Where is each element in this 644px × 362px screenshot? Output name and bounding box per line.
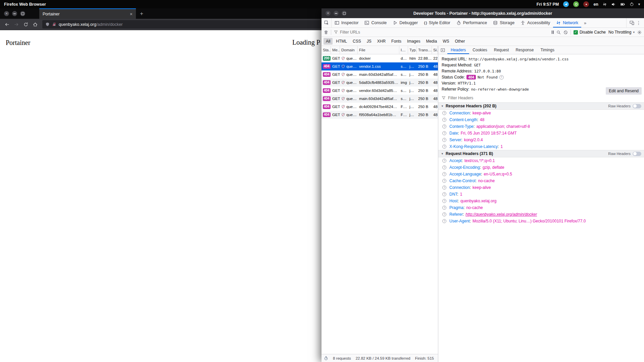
column-header-domain[interactable]: Domain bbox=[340, 46, 358, 54]
help-icon[interactable]: ? bbox=[442, 172, 446, 176]
disable-cache-checkbox[interactable]: ✓ Disable Cache bbox=[574, 30, 606, 35]
network-status-icon[interactable] bbox=[603, 2, 607, 6]
type-filter-fonts[interactable]: Fonts bbox=[389, 38, 404, 45]
tool-tab-inspector[interactable]: Inspector bbox=[332, 18, 361, 28]
column-header-cause[interactable]: I… bbox=[399, 46, 408, 54]
tool-tab-network[interactable]: Network bbox=[553, 18, 581, 28]
raw-headers-toggle[interactable] bbox=[633, 104, 641, 108]
insecure-lock-icon[interactable] bbox=[52, 22, 56, 27]
type-filter-images[interactable]: Images bbox=[405, 38, 423, 45]
pick-element-button[interactable] bbox=[321, 18, 332, 28]
type-filter-xhr[interactable]: XHR bbox=[375, 38, 388, 45]
back-button[interactable] bbox=[3, 20, 11, 29]
active-app-name[interactable]: Firefox Web Browser bbox=[4, 2, 46, 7]
column-header-method[interactable]: Me… bbox=[331, 46, 340, 54]
details-pane-icon[interactable] bbox=[438, 46, 447, 54]
responsive-design-mode-button[interactable] bbox=[630, 20, 634, 25]
gear-icon[interactable] bbox=[637, 30, 642, 35]
throttling-dropdown[interactable]: No Throttling ▾ bbox=[608, 30, 635, 35]
browser-tab[interactable]: Portainer × bbox=[39, 8, 136, 19]
green-app-tray-icon[interactable] bbox=[573, 1, 579, 7]
tool-tab-debugger[interactable]: Debugger bbox=[390, 18, 421, 28]
type-filter-css[interactable]: CSS bbox=[350, 38, 363, 45]
header-value[interactable]: http://quenbyako.xelaj.org/admin/docker bbox=[465, 212, 537, 217]
tool-tab-style-editor[interactable]: { }Style Editor bbox=[421, 18, 453, 28]
window-maximize-button[interactable] bbox=[342, 11, 347, 16]
detail-tab-request[interactable]: Request bbox=[491, 46, 512, 54]
help-icon[interactable]: ? bbox=[442, 165, 446, 169]
tool-tab-performance[interactable]: Performance bbox=[453, 18, 490, 28]
column-header-file[interactable]: File bbox=[358, 46, 399, 54]
type-filter-other[interactable]: Other bbox=[452, 38, 467, 45]
column-header-size[interactable]: Si… bbox=[432, 46, 438, 54]
tool-tab-console[interactable]: Console bbox=[361, 18, 390, 28]
window-close-button[interactable]: × bbox=[326, 11, 331, 16]
filter-urls-input[interactable]: Filter URLs bbox=[334, 30, 549, 35]
header-section-bar[interactable]: ▼Request Headers (371 B)Raw Headers bbox=[438, 150, 644, 157]
window-maximize-button[interactable] bbox=[20, 11, 25, 16]
window-minimize-button[interactable] bbox=[334, 11, 339, 16]
window-close-button[interactable]: × bbox=[4, 11, 9, 16]
devtools-menu-button[interactable]: ⋮ bbox=[636, 20, 641, 25]
type-filter-ws[interactable]: WS bbox=[440, 38, 451, 45]
tracking-shield-icon[interactable] bbox=[45, 22, 50, 27]
request-row[interactable]: 404GETque…5da83cfb4883a5935…imgj…250 B48… bbox=[321, 79, 438, 87]
help-icon[interactable]: ? bbox=[442, 212, 446, 216]
request-row[interactable]: 404GETque…main.60d3d42a85af…s…j…250 B48 … bbox=[321, 95, 438, 103]
help-icon[interactable]: ? bbox=[442, 118, 446, 122]
help-icon[interactable]: ? bbox=[499, 75, 504, 80]
raw-headers-toggle[interactable] bbox=[633, 152, 641, 156]
filter-headers-input[interactable]: Filter Headers bbox=[438, 94, 644, 102]
system-clock[interactable]: Fri 9:57 PM bbox=[537, 2, 559, 7]
detail-tab-response[interactable]: Response bbox=[512, 46, 537, 54]
column-header-type[interactable]: Typ… bbox=[408, 46, 417, 54]
request-row[interactable]: 404GETque…main.60d3d42a85af…s…j…250 B48 … bbox=[321, 70, 438, 79]
help-icon[interactable]: ? bbox=[442, 124, 446, 128]
tab-close-icon[interactable]: × bbox=[130, 11, 133, 17]
type-filter-all[interactable]: All bbox=[324, 38, 333, 45]
help-icon[interactable]: ? bbox=[442, 219, 446, 223]
type-filter-media[interactable]: Media bbox=[424, 38, 439, 45]
block-request-icon[interactable] bbox=[563, 30, 568, 35]
help-icon[interactable]: ? bbox=[442, 138, 446, 142]
home-button[interactable] bbox=[31, 20, 40, 29]
detail-tab-timings[interactable]: Timings bbox=[537, 46, 558, 54]
request-row[interactable]: 404GETque…f9508a64a1beb81b…F…j…250 B48 B bbox=[321, 111, 438, 119]
new-tab-button[interactable]: + bbox=[136, 8, 147, 19]
request-row[interactable]: 404GETque…vendor.60d3d42a85…s…j…250 B48 … bbox=[321, 87, 438, 95]
detail-tab-cookies[interactable]: Cookies bbox=[469, 46, 490, 54]
type-filter-js[interactable]: JS bbox=[364, 38, 374, 45]
volume-icon[interactable] bbox=[611, 2, 616, 7]
help-icon[interactable]: ? bbox=[442, 145, 446, 149]
edit-and-resend-button[interactable]: Edit and Resend bbox=[606, 87, 642, 95]
clear-requests-button[interactable] bbox=[324, 30, 328, 35]
window-minimize-button[interactable] bbox=[12, 11, 17, 16]
tool-tab-storage[interactable]: Storage bbox=[490, 18, 517, 28]
header-section-bar[interactable]: ▼Response Headers (202 B)Raw Headers bbox=[438, 102, 644, 110]
column-header-transferred[interactable]: Trans… bbox=[417, 46, 432, 54]
detail-tab-headers[interactable]: Headers bbox=[447, 46, 469, 54]
request-row[interactable]: 404GETque…dc4d092847be4624…F…j…250 B48 B bbox=[321, 103, 438, 111]
type-filter-html[interactable]: HTML bbox=[334, 38, 349, 45]
help-icon[interactable]: ? bbox=[442, 192, 446, 196]
pause-recording-button[interactable] bbox=[552, 31, 554, 34]
red-app-tray-icon[interactable] bbox=[583, 1, 589, 7]
battery-icon[interactable] bbox=[620, 2, 625, 7]
power-icon[interactable] bbox=[630, 2, 634, 6]
help-icon[interactable]: ? bbox=[442, 159, 446, 163]
help-icon[interactable]: ? bbox=[442, 131, 446, 135]
help-icon[interactable]: ? bbox=[442, 199, 446, 203]
reload-button[interactable] bbox=[21, 20, 30, 29]
column-header-status[interactable]: Sta… bbox=[321, 46, 331, 54]
help-icon[interactable]: ? bbox=[442, 206, 446, 210]
more-tools-chevron-icon[interactable]: » bbox=[581, 18, 589, 28]
help-icon[interactable]: ? bbox=[442, 179, 446, 183]
telegram-tray-icon[interactable] bbox=[563, 1, 569, 7]
request-row[interactable]: 404GETque…vendor.1.csss…j…250 B48 B bbox=[321, 62, 438, 70]
help-icon[interactable]: ? bbox=[442, 186, 446, 190]
search-icon[interactable] bbox=[556, 30, 561, 35]
performance-analysis-icon[interactable] bbox=[324, 356, 328, 360]
help-icon[interactable]: ? bbox=[442, 111, 446, 115]
keyboard-layout-indicator[interactable]: en bbox=[593, 2, 598, 7]
request-row[interactable]: 200GETque…dockerd…htm22.88…22… bbox=[321, 54, 438, 62]
